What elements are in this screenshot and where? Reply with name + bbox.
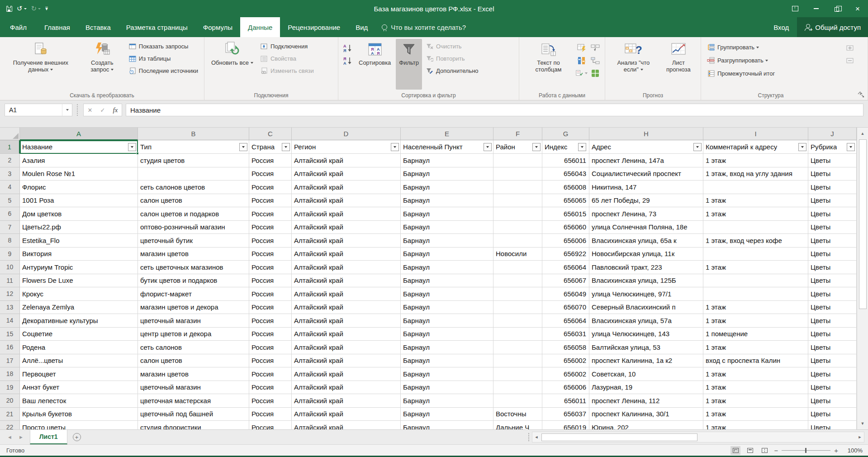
cell-B22[interactable]: студия флористики — [138, 421, 249, 429]
tab-Рецензирование[interactable]: Рецензирование — [280, 17, 348, 37]
ribbon-display-options-button[interactable] — [785, 0, 806, 17]
text-to-columns-button[interactable]: Текст по столбцам — [523, 39, 574, 90]
cell-E5[interactable]: Барнаул — [401, 194, 493, 208]
insert-function-button[interactable]: fx — [109, 104, 122, 116]
ungroup-button[interactable]: Разгруппировать — [705, 55, 777, 66]
filter-button-C[interactable] — [282, 143, 290, 151]
column-header-G[interactable]: G — [542, 128, 589, 140]
normal-view-button[interactable] — [730, 446, 740, 455]
cell-J18[interactable]: Цветы — [808, 367, 857, 381]
cell-J7[interactable]: Цветы — [808, 221, 857, 234]
cell-D12[interactable]: Алтайский край — [292, 287, 401, 301]
tab-scrollbar-splitter[interactable] — [528, 433, 529, 441]
cell-H2[interactable]: проспект Ленина, 147а — [589, 154, 703, 167]
cell-J5[interactable]: Цветы — [808, 194, 857, 208]
cell-E6[interactable]: Барнаул — [401, 207, 493, 221]
page-layout-view-button[interactable] — [745, 446, 755, 455]
cell-J19[interactable]: Цветы — [808, 381, 857, 395]
row-header-5[interactable]: 5 — [0, 194, 20, 208]
from-table-button[interactable]: Из таблицы — [127, 53, 200, 64]
cell-B15[interactable]: центр цветов и декора — [138, 328, 249, 341]
row-header-2[interactable]: 2 — [0, 154, 20, 167]
cell-D7[interactable]: Алтайский край — [292, 221, 401, 234]
cell-J4[interactable]: Цветы — [808, 181, 857, 194]
vertical-scrollbar[interactable]: ▲ ▼ — [857, 128, 868, 429]
connections-button[interactable]: Подключения — [258, 41, 316, 52]
close-button[interactable]: × — [847, 0, 868, 17]
cell-C17[interactable]: Россия — [249, 354, 292, 368]
properties-button[interactable]: Свойства — [258, 53, 316, 64]
cell-B12[interactable]: флорист-маркет — [138, 287, 249, 301]
cell-H22[interactable]: Юрина, 202 — [589, 421, 703, 429]
cell-H11[interactable]: Власихинская улица, 125Б — [589, 274, 703, 288]
row-header-19[interactable]: 19 — [0, 381, 20, 395]
cell-G21[interactable]: 656037 — [542, 408, 589, 421]
customize-qat-button[interactable]: ▾̅ — [45, 6, 48, 12]
cell-F18[interactable] — [493, 367, 542, 381]
row-header-12[interactable]: 12 — [0, 287, 20, 301]
cell-G10[interactable]: 656064 — [542, 261, 589, 274]
tab-Данные[interactable]: Данные — [240, 17, 280, 37]
filter-button-J[interactable] — [847, 143, 855, 151]
cell-D13[interactable]: Алтайский край — [292, 301, 401, 314]
data-model-button[interactable] — [589, 68, 601, 79]
tab-Главная[interactable]: Главная — [37, 17, 78, 37]
cell-E21[interactable]: Барнаул — [401, 408, 493, 421]
flash-fill-button[interactable] — [576, 43, 588, 53]
cell-H13[interactable]: Северный Власихинский п — [589, 301, 703, 314]
row-header-11[interactable]: 11 — [0, 274, 20, 288]
sort-descending-button[interactable]: ЯА — [342, 55, 354, 66]
scroll-right-icon[interactable]: ► — [856, 435, 864, 439]
zoom-out-button[interactable]: − — [774, 447, 778, 454]
cell-C4[interactable]: Россия — [249, 181, 292, 194]
cell-D17[interactable]: Алтайский край — [292, 354, 401, 368]
reapply-filter-button[interactable]: Повторить — [424, 53, 481, 64]
cell-D21[interactable]: Алтайский край — [292, 408, 401, 421]
cell-D8[interactable]: Алтайский край — [292, 234, 401, 248]
zoom-level[interactable]: 100% — [843, 447, 863, 454]
recent-sources-button[interactable]: Последние источники — [127, 65, 200, 76]
cell-D9[interactable]: Алтайский край — [292, 248, 401, 261]
cell-G12[interactable]: 656049 — [542, 287, 589, 301]
cell-D16[interactable]: Алтайский край — [292, 341, 401, 354]
cell-D18[interactable]: Алтайский край — [292, 367, 401, 381]
row-header-10[interactable]: 10 — [0, 261, 20, 274]
horizontal-scrollbar[interactable]: ◄ ► — [532, 432, 864, 443]
cell-A19[interactable]: Аннэт букет — [20, 381, 138, 395]
cancel-entry-button[interactable]: ✕ — [84, 104, 96, 116]
cell-I19[interactable]: 1 этаж — [703, 381, 808, 395]
cell-I3[interactable]: 1 этаж, вход на углу здания — [703, 167, 808, 181]
cell-J11[interactable]: Цветы — [808, 274, 857, 288]
cell-C6[interactable]: Россия — [249, 207, 292, 221]
cell-A21[interactable]: Крылья букетов — [20, 408, 138, 421]
cell-H5[interactable]: 65 лет Победы, 29 — [589, 194, 703, 208]
cell-J2[interactable]: Цветы — [808, 154, 857, 167]
cell-I8[interactable]: 1 этаж, вход через кофе — [703, 234, 808, 248]
cell-A5[interactable]: 1001 Роза — [20, 194, 138, 208]
cell-J3[interactable]: Цветы — [808, 167, 857, 181]
cell-B18[interactable]: магазин цветов — [138, 367, 249, 381]
cell-G16[interactable]: 656058 — [542, 341, 589, 354]
relationships-button[interactable] — [589, 55, 601, 66]
column-header-A[interactable]: A — [20, 128, 138, 140]
filter-button-F[interactable] — [532, 143, 541, 151]
cell-G9[interactable]: 656922 — [542, 248, 589, 261]
cell-E2[interactable]: Барнаул — [401, 154, 493, 167]
cell-B17[interactable]: салон цветов — [138, 354, 249, 368]
cell-A17[interactable]: Аллё...цветы — [20, 354, 138, 368]
save-button[interactable] — [6, 6, 12, 12]
group-button[interactable]: Группировать — [705, 42, 777, 53]
cell-J14[interactable]: Цветы — [808, 314, 857, 328]
cell-J15[interactable]: Цветы — [808, 328, 857, 341]
cell-A3[interactable]: Moulen Rose №1 — [20, 167, 138, 181]
horizontal-scroll-thumb[interactable] — [541, 433, 697, 441]
zoom-slider-thumb[interactable] — [805, 448, 806, 453]
cell-A20[interactable]: Ваш лепесток — [20, 394, 138, 408]
cell-D3[interactable]: Алтайский край — [292, 167, 401, 181]
cell-E12[interactable]: Барнаул — [401, 287, 493, 301]
cell-H3[interactable]: Социалистический проспект — [589, 167, 703, 181]
row-header-9[interactable]: 9 — [0, 248, 20, 261]
tab-Формулы[interactable]: Формулы — [195, 17, 240, 37]
add-sheet-button[interactable]: + — [67, 430, 86, 444]
cell-E14[interactable]: Барнаул — [401, 314, 493, 328]
